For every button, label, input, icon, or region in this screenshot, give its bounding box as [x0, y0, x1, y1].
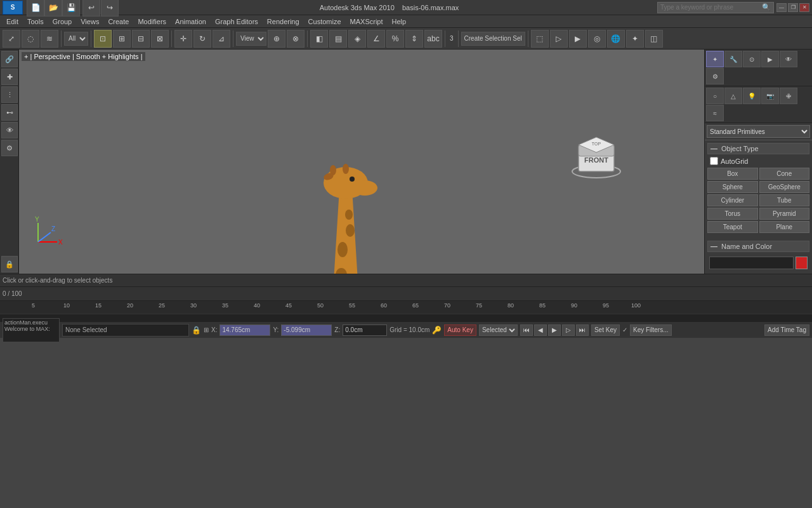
view-dropdown[interactable]: View: [236, 32, 266, 46]
light-btn[interactable]: 💡: [743, 88, 761, 104]
primitives-select[interactable]: Standard Primitives: [707, 125, 810, 138]
name-input[interactable]: [709, 257, 794, 269]
play-btn[interactable]: ▶: [548, 324, 561, 336]
teapot-btn[interactable]: Teapot: [707, 221, 758, 233]
menu-tools[interactable]: Tools: [23, 18, 48, 25]
render-to-tex[interactable]: ◫: [645, 30, 663, 48]
save-btn[interactable]: 💾: [62, 0, 80, 17]
x-input[interactable]: [219, 324, 270, 336]
tube-btn[interactable]: Tube: [759, 194, 810, 206]
restore-btn[interactable]: ❐: [788, 3, 798, 12]
rotate-tool[interactable]: ↻: [193, 30, 211, 48]
display-panel-btn[interactable]: 👁: [780, 51, 797, 67]
lasso-select[interactable]: ◌: [22, 30, 39, 48]
create-panel-btn[interactable]: ✦: [706, 51, 724, 67]
utility-panel-btn[interactable]: ⚙: [706, 68, 724, 84]
filter-dropdown[interactable]: All: [64, 32, 88, 46]
search-input[interactable]: [660, 4, 762, 11]
auto-key-btn[interactable]: Auto Key: [444, 324, 476, 336]
lock-icon[interactable]: 🔒: [192, 326, 201, 335]
motion-panel-btn[interactable]: ▶: [761, 51, 779, 67]
material-editor[interactable]: ◎: [588, 30, 606, 48]
edit-named-sets[interactable]: abc: [424, 30, 442, 48]
camera-btn[interactable]: 📷: [761, 88, 779, 104]
lt-link[interactable]: 🔗: [1, 51, 18, 67]
snap-toggle[interactable]: ◈: [348, 30, 366, 48]
hierarchy-panel-btn[interactable]: ⊙: [743, 51, 761, 67]
menu-rendering[interactable]: Rendering: [263, 18, 303, 25]
lt-motion[interactable]: ⊷: [1, 104, 18, 121]
quick-render[interactable]: ▶: [569, 30, 587, 48]
transform-center[interactable]: ⊗: [287, 30, 304, 48]
select-tool[interactable]: ⤢: [3, 30, 20, 48]
minimize-btn[interactable]: —: [776, 3, 787, 12]
window-crossing[interactable]: ⊠: [151, 30, 169, 48]
geom-btn[interactable]: ○: [706, 88, 724, 104]
paint-select[interactable]: ≋: [41, 30, 58, 48]
lt-display[interactable]: 👁: [1, 122, 18, 138]
close-btn[interactable]: ✕: [799, 3, 809, 12]
lt-hierarchy[interactable]: ⋮: [1, 86, 18, 103]
z-input[interactable]: [343, 324, 387, 336]
menu-views[interactable]: Views: [77, 18, 103, 25]
timeline-ruler[interactable]: 5 10 15 20 25 30 35 40 45 50 55 60 65 70…: [0, 301, 812, 314]
lt-lock[interactable]: 🔒: [1, 256, 18, 272]
color-swatch[interactable]: [796, 257, 808, 269]
add-time-tag-btn[interactable]: Add Time Tag: [764, 324, 809, 336]
percent-snap[interactable]: %: [386, 30, 404, 48]
open-btn[interactable]: 📂: [44, 0, 62, 17]
move-tool[interactable]: ✛: [174, 30, 192, 48]
render-enviro[interactable]: 🌐: [607, 30, 625, 48]
menu-maxscript[interactable]: MAXScript: [346, 18, 387, 25]
key-filters-btn[interactable]: Key Filters...: [630, 324, 672, 336]
modify-panel-btn[interactable]: 🔧: [724, 51, 742, 67]
cylinder-btn[interactable]: Cylinder: [707, 194, 758, 206]
undo-btn[interactable]: ↩: [82, 0, 100, 17]
menu-customize[interactable]: Customize: [304, 18, 345, 25]
helper-btn[interactable]: ✙: [780, 88, 797, 104]
mirror[interactable]: ◧: [310, 30, 328, 48]
lt-bone[interactable]: ✚: [1, 69, 18, 85]
scale-tool[interactable]: ⊿: [213, 30, 230, 48]
menu-graph-editors[interactable]: Graph Editors: [211, 18, 262, 25]
collapse-icon[interactable]: —: [710, 145, 717, 152]
plane-btn[interactable]: Plane: [759, 221, 810, 233]
render-effects[interactable]: ✦: [626, 30, 644, 48]
spinner-snap[interactable]: ⇕: [405, 30, 423, 48]
menu-edit[interactable]: Edit: [3, 18, 22, 25]
go-start-btn[interactable]: ⏮: [520, 324, 533, 336]
menu-help[interactable]: Help: [388, 18, 410, 25]
geosphere-btn[interactable]: GeoSphere: [759, 181, 810, 193]
pyramid-btn[interactable]: Pyramid: [759, 208, 810, 220]
box-btn[interactable]: Box: [707, 168, 758, 180]
selected-dropdown[interactable]: Selected: [479, 324, 518, 336]
y-input[interactable]: [281, 324, 332, 336]
select-filter[interactable]: ⊟: [132, 30, 150, 48]
autogrid-checkbox[interactable]: [710, 157, 718, 165]
prev-frame-btn[interactable]: ◀: [534, 324, 547, 336]
spacewarp-btn[interactable]: ≈: [706, 105, 724, 121]
viewport[interactable]: + | Perspective | Smooth + Highlights | …: [19, 50, 704, 274]
menu-create[interactable]: Create: [104, 18, 133, 25]
select-btn[interactable]: ⊡: [94, 30, 112, 48]
lt-utilities[interactable]: ⚙: [1, 140, 18, 156]
region-select[interactable]: ⊞: [113, 30, 131, 48]
go-end-btn[interactable]: ⏭: [576, 324, 589, 336]
render-scene[interactable]: ⬚: [531, 30, 549, 48]
name-collapse-icon[interactable]: —: [710, 243, 717, 250]
torus-btn[interactable]: Torus: [707, 208, 758, 220]
search-box[interactable]: 🔍: [657, 2, 774, 13]
create-selection-btn[interactable]: Create Selection Sel: [461, 32, 525, 46]
set-key-btn[interactable]: Set Key: [591, 324, 620, 336]
cone-btn[interactable]: Cone: [759, 168, 810, 180]
next-frame-btn[interactable]: ▷: [562, 324, 575, 336]
menu-group[interactable]: Group: [49, 18, 76, 25]
angle-snap[interactable]: ∠: [367, 30, 385, 48]
shape-btn[interactable]: △: [724, 88, 742, 104]
menu-modifiers[interactable]: Modifiers: [134, 18, 170, 25]
sphere-btn[interactable]: Sphere: [707, 181, 758, 193]
ref-coord[interactable]: ⊕: [268, 30, 285, 48]
render-last[interactable]: ▷: [550, 30, 568, 48]
new-btn[interactable]: 📄: [27, 0, 44, 17]
align[interactable]: ▤: [329, 30, 347, 48]
